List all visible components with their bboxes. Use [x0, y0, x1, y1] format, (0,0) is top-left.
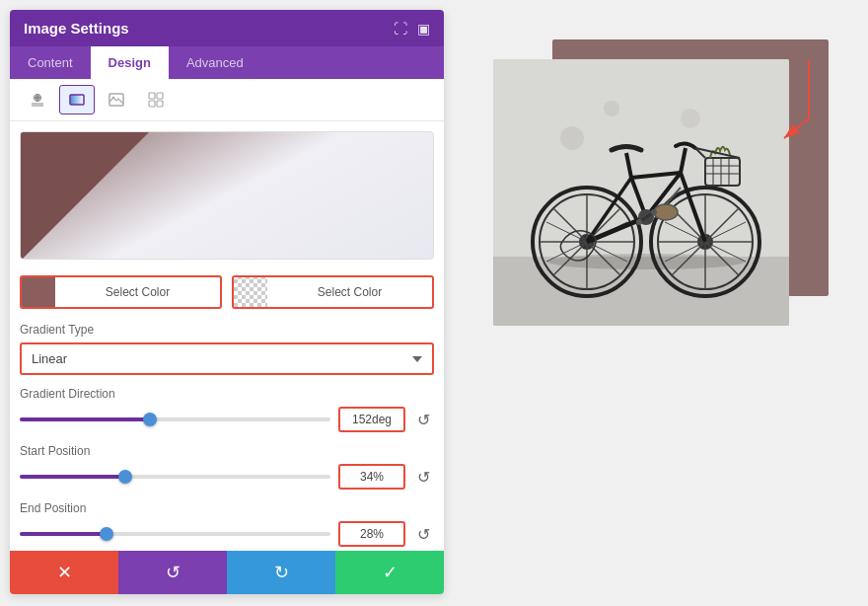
end-position-track[interactable] [20, 532, 330, 536]
svg-point-48 [654, 204, 678, 220]
svg-rect-4 [149, 93, 155, 99]
svg-point-11 [604, 101, 619, 116]
confirm-button[interactable]: ✓ [335, 551, 444, 594]
icon-tab-gradient[interactable] [59, 85, 95, 114]
columns-icon[interactable]: ▣ [417, 21, 430, 37]
gradient-direction-row: 152deg ↺ [20, 407, 434, 432]
svg-point-3 [112, 97, 114, 99]
right-panel [464, 10, 858, 355]
gradient-direction-input[interactable]: 152deg [338, 407, 405, 432]
panel-title: Image Settings [24, 20, 129, 37]
gradient-direction-track[interactable] [20, 417, 330, 421]
icon-tab-filter[interactable] [20, 85, 55, 114]
bicycle-illustration [493, 59, 789, 326]
start-position-track[interactable] [20, 475, 330, 479]
gradient-direction-thumb[interactable] [143, 413, 157, 426]
panel-header: Image Settings ⛶ ▣ [10, 10, 444, 46]
end-position-fill [20, 532, 107, 536]
start-position-fill [20, 475, 125, 479]
redo-icon: ↻ [274, 562, 289, 583]
gradient-direction-reset[interactable]: ↺ [413, 409, 434, 431]
color-label-1: Select Color [55, 285, 220, 299]
start-position-row: 34% ↺ [20, 464, 434, 490]
gradient-direction-fill [20, 417, 150, 421]
tab-design[interactable]: Design [91, 46, 169, 79]
svg-point-12 [681, 109, 700, 128]
end-position-reset[interactable]: ↺ [413, 523, 434, 546]
redo-button[interactable]: ↻ [227, 551, 335, 594]
end-position-label: End Position [20, 501, 434, 515]
image-preview-container [493, 39, 829, 345]
icon-tab-bar [10, 79, 444, 121]
icon-tab-module[interactable] [138, 85, 174, 114]
gradient-direction-label: Gradient Direction [20, 387, 434, 401]
svg-point-52 [636, 219, 642, 225]
expand-icon[interactable]: ⛶ [394, 21, 407, 37]
app-container: Image Settings ⛶ ▣ Content Design Advanc… [0, 0, 868, 606]
tab-advanced[interactable]: Advanced [169, 46, 261, 79]
color-picker-1[interactable]: Select Color [20, 275, 222, 309]
svg-rect-5 [157, 93, 163, 99]
color-swatch-2 [234, 275, 267, 309]
header-icons: ⛶ ▣ [394, 21, 430, 37]
gradient-type-label: Gradient Type [20, 323, 434, 337]
color-pickers-row: Select Color Select Color [10, 269, 444, 315]
start-position-label: Start Position [20, 444, 434, 458]
cancel-button[interactable]: ✕ [10, 551, 118, 594]
confirm-icon: ✓ [383, 562, 398, 583]
svg-rect-6 [149, 101, 155, 107]
undo-icon: ↺ [166, 562, 181, 583]
end-position-section: End Position 28% ↺ [10, 493, 444, 551]
svg-point-13 [547, 254, 745, 269]
svg-point-10 [560, 126, 584, 150]
settings-panel: Image Settings ⛶ ▣ Content Design Advanc… [10, 10, 444, 594]
color-swatch-1 [22, 275, 55, 309]
photo-area [493, 59, 789, 326]
end-position-row: 28% ↺ [20, 521, 434, 547]
bottom-toolbar: ✕ ↺ ↻ ✓ [10, 551, 444, 594]
svg-point-53 [651, 209, 657, 215]
color-label-2: Select Color [267, 285, 432, 299]
end-position-thumb[interactable] [100, 527, 113, 541]
preview-triangle [21, 132, 149, 260]
undo-button[interactable]: ↺ [118, 551, 227, 594]
gradient-type-section: Gradient Type Linear Radial Conic [10, 315, 444, 379]
color-picker-2[interactable]: Select Color [232, 275, 434, 309]
svg-rect-1 [70, 95, 84, 105]
main-tabs: Content Design Advanced [10, 46, 444, 79]
tab-content[interactable]: Content [10, 46, 91, 79]
svg-rect-7 [157, 101, 163, 107]
start-position-section: Start Position 34% ↺ [10, 436, 444, 493]
icon-tab-image[interactable] [99, 85, 134, 114]
gradient-direction-section: Gradient Direction 152deg ↺ [10, 379, 444, 436]
start-position-input[interactable]: 34% [338, 464, 405, 490]
start-position-thumb[interactable] [118, 470, 132, 484]
panel-content: Select Color Select Color Gradient Type … [10, 121, 444, 551]
cancel-icon: ✕ [57, 562, 72, 583]
start-position-reset[interactable]: ↺ [413, 466, 434, 489]
gradient-type-select[interactable]: Linear Radial Conic [20, 342, 434, 375]
gradient-preview [20, 131, 434, 260]
end-position-input[interactable]: 28% [338, 521, 405, 547]
